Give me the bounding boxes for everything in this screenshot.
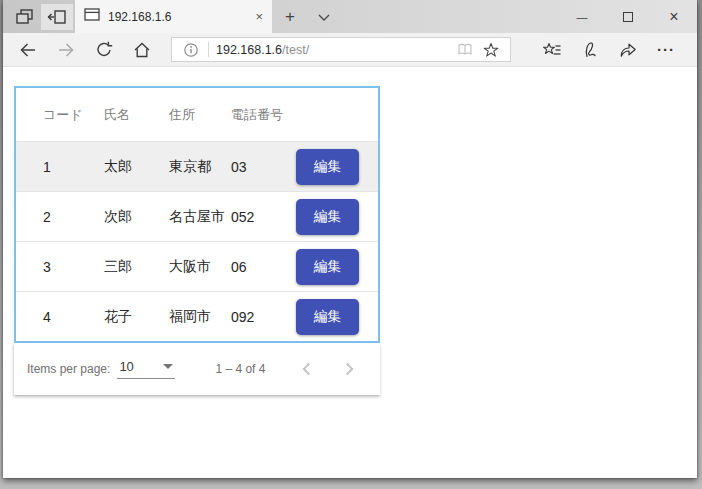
back-icon[interactable]	[9, 33, 47, 66]
cell-phone: 06	[231, 259, 296, 275]
cell-address: 名古屋市	[169, 208, 231, 226]
cell-address: 大阪市	[169, 258, 231, 276]
edit-button[interactable]: 編集	[296, 199, 359, 235]
cell-code: 1	[43, 159, 104, 175]
header-phone: 電話番号	[231, 106, 296, 124]
new-tab-icon[interactable]: +	[272, 0, 308, 33]
home-icon[interactable]	[123, 33, 161, 66]
cell-phone: 092	[231, 309, 296, 325]
cell-phone: 052	[231, 209, 296, 225]
address-divider	[208, 42, 209, 57]
header-name: 氏名	[104, 106, 169, 124]
data-card: コード 氏名 住所 電話番号 1 太郎 東京都 03 編集 2	[14, 86, 380, 395]
set-tabs-aside-icon[interactable]	[41, 4, 73, 30]
previous-page-icon[interactable]	[294, 356, 320, 382]
cell-phone: 03	[231, 159, 296, 175]
cell-name: 太郎	[104, 158, 169, 176]
edit-button[interactable]: 編集	[296, 149, 359, 185]
page-range-label: 1 – 4 of 4	[215, 362, 265, 376]
dropdown-triangle-icon	[163, 364, 173, 369]
favorite-star-icon[interactable]	[478, 41, 504, 59]
tab-preview-icon[interactable]	[9, 0, 41, 33]
items-per-page-label: Items per page:	[27, 362, 110, 376]
more-icon[interactable]: ···	[647, 33, 685, 66]
forward-icon[interactable]	[47, 33, 85, 66]
browser-window: 192.168.1.6 × + — ×	[3, 0, 697, 478]
cell-code: 3	[43, 259, 104, 275]
cell-address: 福岡市	[169, 308, 231, 326]
page-size-select[interactable]: 10	[117, 359, 175, 379]
header-code: コード	[43, 106, 104, 124]
cell-address: 東京都	[169, 158, 231, 176]
cell-name: 花子	[104, 308, 169, 326]
browser-toolbar: 192.168.1.6/test/	[3, 33, 697, 67]
web-note-pen-icon[interactable]	[571, 33, 609, 66]
browser-tab[interactable]: 192.168.1.6 ×	[75, 0, 272, 33]
tab-bar: 192.168.1.6 × + — ×	[3, 0, 697, 33]
hub-favorites-icon[interactable]	[533, 33, 571, 66]
address-bar[interactable]: 192.168.1.6/test/	[171, 37, 511, 62]
data-table: コード 氏名 住所 電話番号 1 太郎 東京都 03 編集 2	[14, 86, 380, 343]
cell-name: 三郎	[104, 258, 169, 276]
edit-button[interactable]: 編集	[296, 249, 359, 285]
paginator-nav	[294, 356, 362, 382]
table-row[interactable]: 3 三郎 大阪市 06 編集	[16, 241, 378, 291]
url-text[interactable]: 192.168.1.6/test/	[216, 43, 452, 57]
tab-title: 192.168.1.6	[108, 10, 247, 24]
cell-name: 次郎	[104, 208, 169, 226]
table-row[interactable]: 2 次郎 名古屋市 052 編集	[16, 191, 378, 241]
table-row[interactable]: 1 太郎 東京都 03 編集	[16, 141, 378, 191]
next-page-icon[interactable]	[336, 356, 362, 382]
minimize-icon[interactable]: —	[559, 0, 605, 33]
table-header-row: コード 氏名 住所 電話番号	[16, 88, 378, 141]
toolbar-right-buttons: ···	[533, 33, 685, 66]
window-controls: — ×	[559, 0, 697, 33]
maximize-icon[interactable]	[605, 0, 651, 33]
edit-button[interactable]: 編集	[296, 299, 359, 335]
refresh-icon[interactable]	[85, 33, 123, 66]
cell-code: 4	[43, 309, 104, 325]
reading-view-icon[interactable]	[452, 41, 478, 58]
page-icon	[84, 7, 100, 26]
window-close-icon[interactable]: ×	[651, 0, 697, 33]
tab-list-chevron-icon[interactable]	[308, 0, 340, 33]
share-icon[interactable]	[609, 33, 647, 66]
paginator: Items per page: 10 1 – 4 of 4	[14, 343, 380, 395]
page-content: コード 氏名 住所 電話番号 1 太郎 東京都 03 編集 2	[3, 67, 697, 478]
tab-close-icon[interactable]: ×	[255, 10, 263, 23]
header-address: 住所	[169, 106, 231, 124]
desktop-background: 192.168.1.6 × + — ×	[0, 0, 702, 489]
page-size-value: 10	[119, 359, 133, 374]
site-info-icon[interactable]	[178, 42, 204, 58]
cell-code: 2	[43, 209, 104, 225]
table-row[interactable]: 4 花子 福岡市 092 編集	[16, 291, 378, 341]
